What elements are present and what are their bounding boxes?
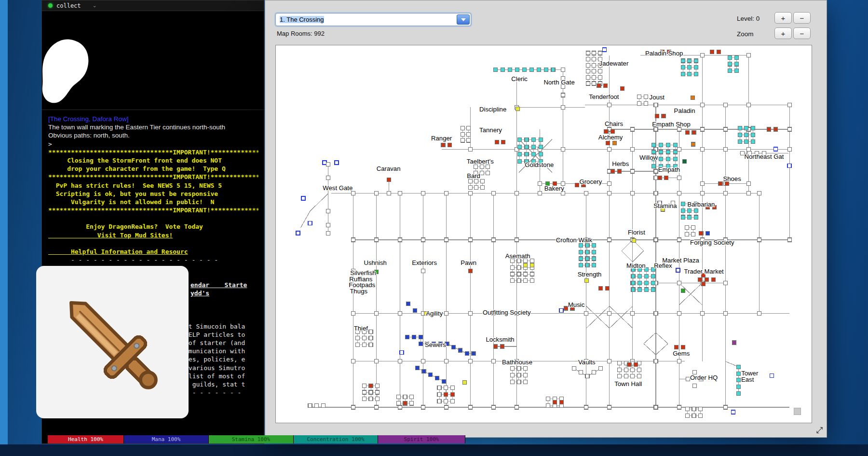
room-node[interactable] <box>617 374 621 378</box>
room-node[interactable] <box>732 341 736 345</box>
room-node[interactable] <box>579 250 583 254</box>
room-node[interactable] <box>369 384 373 387</box>
room-node[interactable] <box>586 69 590 73</box>
room-node[interactable] <box>362 397 366 401</box>
room-node[interactable] <box>351 405 355 409</box>
room-node[interactable] <box>654 238 658 242</box>
room-node[interactable] <box>403 401 407 405</box>
room-node[interactable] <box>694 208 698 212</box>
room-node[interactable] <box>592 371 596 374</box>
room-node[interactable] <box>421 405 425 409</box>
room-node[interactable] <box>546 403 550 407</box>
room-node[interactable] <box>592 257 596 261</box>
room-node[interactable] <box>559 401 563 404</box>
room-node[interactable] <box>585 243 589 247</box>
room-node[interactable] <box>681 215 685 219</box>
room-node[interactable] <box>501 68 505 71</box>
room-node[interactable] <box>705 277 708 281</box>
room-node[interactable] <box>524 272 528 276</box>
room-node[interactable] <box>645 288 649 291</box>
room-node[interactable] <box>598 75 602 79</box>
room-node[interactable] <box>685 233 689 236</box>
room-node[interactable] <box>374 192 378 195</box>
room-node[interactable] <box>517 373 521 377</box>
room-node[interactable] <box>691 96 695 100</box>
room-node[interactable] <box>631 288 635 291</box>
room-node[interactable] <box>694 215 698 219</box>
room-node[interactable] <box>651 275 655 278</box>
room-node[interactable] <box>592 82 596 85</box>
room-node[interactable] <box>702 282 705 286</box>
room-node[interactable] <box>728 69 732 73</box>
room-node[interactable] <box>737 378 741 382</box>
room-node[interactable] <box>351 192 355 195</box>
room-node[interactable] <box>602 48 606 52</box>
room-node[interactable] <box>553 401 556 404</box>
room-node[interactable] <box>530 272 534 276</box>
room-node[interactable] <box>410 401 414 405</box>
room-node[interactable] <box>422 370 426 373</box>
room-node[interactable] <box>468 311 472 315</box>
room-node[interactable] <box>480 185 484 189</box>
room-node[interactable] <box>442 379 446 383</box>
room-node[interactable] <box>410 395 414 399</box>
room-node[interactable] <box>538 181 542 185</box>
room-node[interactable] <box>494 345 498 348</box>
room-node[interactable] <box>451 386 455 390</box>
room-node[interactable] <box>494 68 498 71</box>
room-node[interactable] <box>592 69 596 73</box>
room-node[interactable] <box>692 384 696 387</box>
room-node[interactable] <box>651 143 655 147</box>
room-node[interactable] <box>362 336 366 340</box>
room-node[interactable] <box>585 250 589 254</box>
room-node[interactable] <box>706 231 710 235</box>
room-node[interactable] <box>572 367 576 371</box>
room-node[interactable] <box>673 150 677 154</box>
room-node[interactable] <box>412 335 416 339</box>
room-node[interactable] <box>475 180 478 183</box>
room-node[interactable] <box>728 62 732 66</box>
room-node[interactable] <box>468 269 472 273</box>
room-node[interactable] <box>413 309 417 313</box>
room-node[interactable] <box>592 51 596 55</box>
room-node[interactable] <box>651 288 655 291</box>
room-node[interactable] <box>694 59 698 63</box>
room-node[interactable] <box>579 243 583 247</box>
room-node[interactable] <box>723 147 727 151</box>
room-node[interactable] <box>539 152 543 156</box>
room-node[interactable] <box>719 181 722 185</box>
room-node[interactable] <box>326 162 330 166</box>
room-node[interactable] <box>710 50 714 54</box>
room-node[interactable] <box>465 352 469 356</box>
room-node[interactable] <box>437 386 441 390</box>
room-node[interactable] <box>677 147 681 151</box>
room-node[interactable] <box>532 138 536 142</box>
room-node[interactable] <box>655 114 659 118</box>
room-node[interactable] <box>770 374 774 378</box>
room-node[interactable] <box>700 181 704 185</box>
room-node[interactable] <box>351 238 355 242</box>
room-node[interactable] <box>301 196 305 200</box>
room-node[interactable] <box>692 131 696 135</box>
room-node[interactable] <box>638 281 642 285</box>
room-node[interactable] <box>474 165 478 169</box>
room-node[interactable] <box>491 192 495 195</box>
room-node[interactable] <box>608 192 611 195</box>
room-node[interactable] <box>645 275 649 278</box>
room-node[interactable] <box>673 157 677 161</box>
room-node[interactable] <box>617 361 621 365</box>
room-node[interactable] <box>637 368 641 372</box>
room-node[interactable] <box>510 367 514 371</box>
room-node[interactable] <box>374 405 378 409</box>
room-node[interactable] <box>561 105 565 109</box>
scroll-corner[interactable] <box>794 408 801 415</box>
room-node[interactable] <box>525 145 529 149</box>
room-node[interactable] <box>444 386 448 390</box>
map-graph[interactable]: Paladin ShopJadewaterClericNorth GateTen… <box>276 45 812 423</box>
room-node[interactable] <box>757 192 761 195</box>
room-node[interactable] <box>620 86 624 90</box>
room-node[interactable] <box>644 95 648 98</box>
room-node[interactable] <box>362 343 366 347</box>
room-node[interactable] <box>468 405 472 409</box>
room-node[interactable] <box>723 281 727 285</box>
